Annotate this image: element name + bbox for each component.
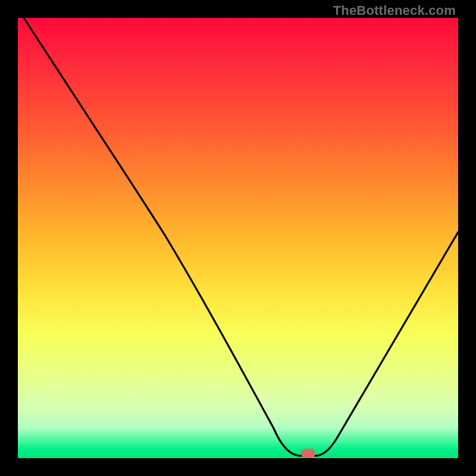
plot-area bbox=[18, 18, 458, 458]
bottleneck-curve bbox=[18, 18, 458, 458]
optimal-point-marker bbox=[301, 449, 315, 458]
watermark-text: TheBottleneck.com bbox=[333, 3, 456, 18]
chart-container: TheBottleneck.com bbox=[0, 0, 476, 476]
